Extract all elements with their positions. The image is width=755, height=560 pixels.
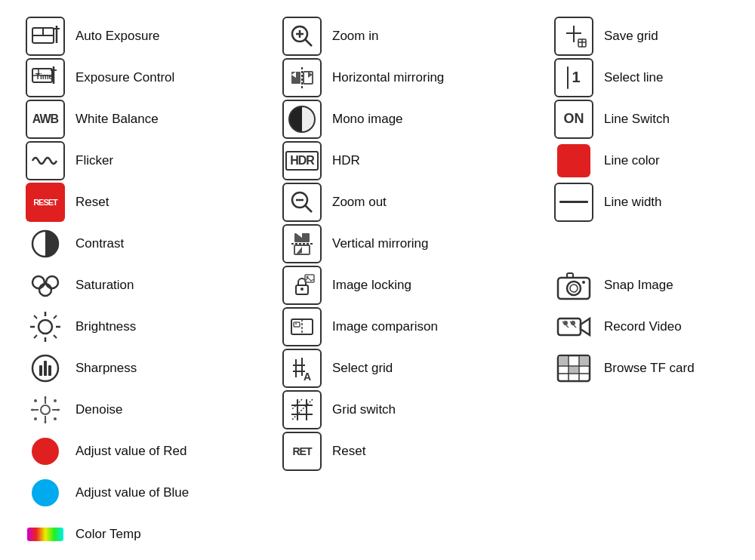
record-video-label: Record Video	[604, 319, 682, 334]
item-grid-switch: Grid switch	[279, 389, 551, 430]
snap-image-label: Snap Image	[604, 278, 673, 293]
denoise-label: Denoise	[76, 402, 122, 417]
line-width-label: Line width	[604, 195, 662, 210]
item-empty-4	[279, 472, 551, 513]
adjust-red-label: Adjust value of Red	[76, 444, 186, 459]
line-switch-label: Line Switch	[604, 112, 670, 127]
contrast-label: Contrast	[76, 236, 124, 251]
svg-line-50	[34, 315, 37, 318]
flicker-label: Flicker	[76, 153, 113, 168]
svg-point-37	[300, 288, 304, 291]
auto-exposure-icon	[26, 17, 65, 56]
svg-marker-59	[581, 318, 590, 335]
line-width-icon	[554, 183, 593, 222]
brightness-icon	[26, 307, 65, 346]
image-comparison-icon	[282, 307, 322, 346]
image-locking-icon	[282, 266, 322, 305]
item-save-grid: Save grid	[551, 15, 755, 57]
horizontal-mirror-icon	[282, 58, 322, 97]
item-exposure-control: Time Exposure Control	[23, 57, 279, 98]
line-switch-icon: ON	[554, 100, 593, 139]
svg-rect-67	[48, 365, 51, 376]
image-comparison-label: Image comparison	[332, 319, 438, 334]
reset2-icon: RET	[282, 432, 322, 471]
item-line-switch: ON Line Switch	[551, 98, 755, 140]
browse-tf-icon	[554, 349, 593, 388]
adjust-blue-icon	[26, 473, 65, 512]
svg-point-81	[41, 405, 50, 414]
color-temp-icon	[26, 515, 65, 554]
item-snap-image: Snap Image	[551, 264, 755, 306]
svg-point-88	[34, 417, 37, 420]
grid-switch-icon	[282, 390, 322, 429]
svg-rect-43	[567, 273, 573, 278]
color-temp-label: Color Temp	[76, 527, 141, 542]
save-grid-label: Save grid	[604, 29, 658, 44]
svg-point-35	[46, 276, 58, 288]
item-flicker: Flicker	[23, 140, 279, 181]
svg-point-57	[295, 323, 297, 325]
record-video-icon	[554, 307, 593, 346]
icon-grid: Auto Exposure Zoom in	[23, 15, 732, 555]
grid-switch-label: Grid switch	[332, 402, 396, 417]
reset2-label: Reset	[332, 444, 365, 459]
svg-line-25	[305, 205, 312, 212]
white-balance-label: White Balance	[76, 112, 159, 127]
svg-point-92	[45, 396, 47, 398]
contrast-icon	[26, 224, 65, 263]
item-vertical-mirror: Vertical mirroring	[279, 223, 551, 264]
svg-line-52	[54, 315, 57, 318]
auto-exposure-label: Auto Exposure	[76, 29, 160, 44]
item-contrast: Contrast	[23, 223, 279, 264]
svg-point-34	[32, 276, 45, 288]
item-adjust-blue: Adjust value of Blue	[23, 472, 279, 513]
white-balance-icon: AWB	[26, 100, 65, 139]
reset-icon: RESET	[26, 183, 65, 222]
svg-line-6	[305, 39, 312, 46]
svg-line-53	[34, 335, 37, 338]
adjust-blue-label: Adjust value of Blue	[76, 485, 189, 500]
item-saturation: Saturation	[23, 264, 279, 306]
svg-point-89	[54, 417, 57, 420]
svg-point-45	[39, 320, 52, 334]
item-reset: RESET Reset	[23, 181, 279, 223]
vertical-mirror-icon	[282, 224, 322, 263]
svg-point-42	[570, 285, 578, 292]
sharpness-icon	[26, 349, 65, 388]
flicker-icon	[26, 141, 65, 180]
saturation-icon	[26, 266, 65, 305]
sharpness-label: Sharpness	[76, 361, 137, 376]
svg-point-93	[45, 420, 47, 423]
item-select-line: 1 Select line	[551, 57, 755, 98]
item-mono-image: Mono image	[279, 98, 551, 140]
svg-line-99	[291, 399, 313, 420]
saturation-label: Saturation	[76, 278, 134, 293]
svg-marker-32	[296, 247, 302, 254]
denoise-icon	[26, 390, 65, 429]
zoom-in-icon	[282, 17, 322, 56]
svg-point-87	[54, 399, 57, 402]
select-line-icon: 1	[554, 58, 593, 97]
item-browse-tf: Browse TF card	[551, 347, 755, 389]
item-auto-exposure: Auto Exposure	[23, 15, 279, 57]
svg-point-33	[39, 284, 51, 296]
brightness-label: Brightness	[76, 319, 136, 334]
save-grid-icon	[554, 17, 593, 56]
item-hdr: HDR HDR	[279, 140, 551, 181]
svg-point-91	[57, 408, 60, 411]
reset-label: Reset	[76, 195, 109, 210]
svg-rect-78	[559, 356, 568, 365]
svg-text:A: A	[304, 371, 311, 382]
adjust-red-icon	[26, 432, 65, 471]
item-image-locking: Image locking	[279, 264, 551, 306]
item-empty-1	[551, 223, 755, 264]
line-color-label: Line color	[604, 153, 660, 168]
select-line-label: Select line	[604, 70, 663, 85]
mono-image-icon	[282, 100, 322, 139]
item-white-balance: AWB White Balance	[23, 98, 279, 140]
svg-rect-66	[44, 361, 47, 376]
item-denoise: Denoise	[23, 389, 279, 430]
zoom-out-label: Zoom out	[332, 195, 387, 210]
hdr-icon: HDR	[282, 141, 322, 180]
svg-rect-56	[294, 322, 300, 327]
